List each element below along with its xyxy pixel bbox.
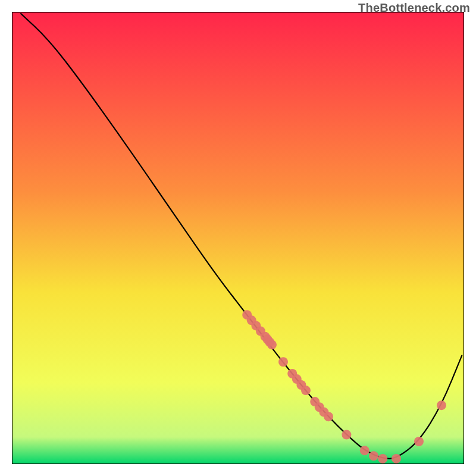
highlight-dot xyxy=(414,437,424,446)
highlight-dot xyxy=(392,454,401,464)
highlight-dot xyxy=(278,357,288,367)
chart-stage: TheBottleneck.com xyxy=(0,0,476,476)
highlight-dot xyxy=(324,412,333,421)
highlight-dot xyxy=(342,430,351,440)
highlight-dot xyxy=(267,340,277,349)
plot-area xyxy=(12,12,464,464)
highlight-dot xyxy=(378,454,387,464)
highlight-dot xyxy=(369,451,378,461)
highlight-dot xyxy=(301,386,311,395)
chart-svg xyxy=(12,12,464,464)
highlight-dot xyxy=(437,400,446,410)
highlight-dot xyxy=(360,446,369,455)
